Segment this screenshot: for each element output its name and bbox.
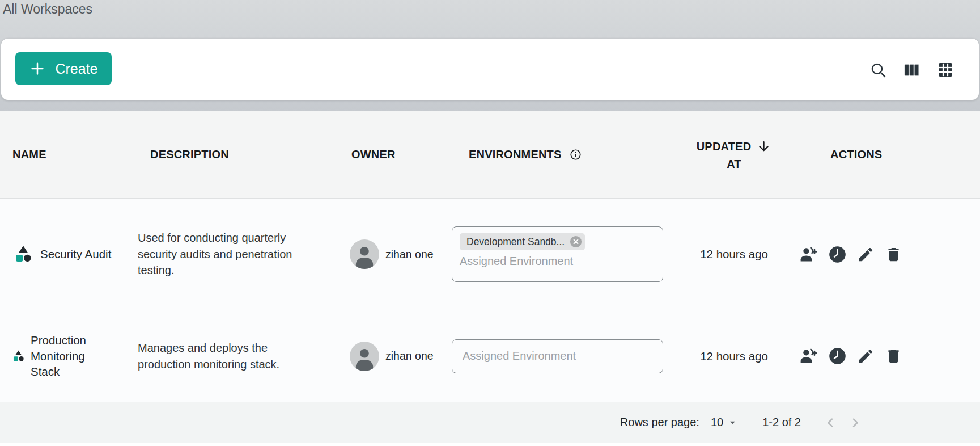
column-header-environments: ENVIRONMENTS (452, 148, 674, 161)
add-user-icon[interactable] (799, 245, 818, 264)
table-row: Production Monitoring Stack Manages and … (0, 310, 980, 402)
create-button[interactable]: Create (15, 52, 112, 85)
updated-at-cell: 12 hours ago (674, 247, 794, 261)
avatar (350, 239, 379, 269)
workspaces-page: All Workspaces Create (0, 0, 980, 446)
search-icon[interactable] (869, 61, 887, 79)
workspace-name: Production Monitoring Stack (31, 333, 117, 380)
column-header-owner: OWNER (339, 148, 452, 161)
pagination-range-label: 1-2 of 2 (762, 416, 801, 429)
table-row: Security Audit Used for conducting quart… (0, 199, 980, 310)
info-icon[interactable] (570, 149, 582, 161)
column-header-name: NAME (0, 148, 138, 161)
column-header-actions: ACTIONS (794, 148, 980, 161)
rows-per-page-label: Rows per page: (620, 416, 699, 429)
edit-pencil-icon[interactable] (857, 246, 875, 263)
table-header-row: NAME DESCRIPTION OWNER ENVIRONMENTS UPDA… (0, 111, 980, 199)
pagination-controls (822, 415, 863, 431)
next-page-chevron-icon[interactable] (847, 415, 863, 431)
updated-at-header-label-2: AT (727, 158, 741, 171)
owner-cell: zihan one (339, 342, 452, 371)
add-user-icon[interactable] (799, 347, 818, 365)
page-title: All Workspaces (3, 2, 92, 17)
actions-cell (794, 245, 980, 264)
chip-remove-icon[interactable] (570, 235, 582, 248)
workspaces-table: NAME DESCRIPTION OWNER ENVIRONMENTS UPDA… (0, 111, 980, 443)
edit-pencil-icon[interactable] (857, 347, 875, 365)
owner-name: zihan one (385, 248, 434, 261)
column-header-description: DESCRIPTION (138, 148, 339, 161)
previous-page-chevron-icon[interactable] (822, 415, 838, 431)
environment-placeholder: Assigned Environment (463, 350, 576, 363)
rows-per-page-select[interactable]: 10 (711, 416, 739, 429)
name-cell: Security Audit (0, 245, 138, 264)
updated-at-cell: 12 hours ago (674, 350, 794, 363)
history-clock-icon[interactable] (828, 347, 847, 365)
workspace-category-icon (14, 245, 33, 264)
rows-per-page-value: 10 (711, 416, 723, 429)
create-button-label: Create (55, 61, 97, 77)
history-clock-icon[interactable] (828, 245, 847, 264)
delete-trash-icon[interactable] (885, 347, 902, 365)
sort-desc-arrow-icon (756, 139, 771, 154)
view-grid-icon[interactable] (936, 61, 954, 79)
description-cell: Used for conducting quarterly security a… (138, 230, 339, 278)
avatar (350, 342, 379, 371)
table-pagination-footer: Rows per page: 10 1-2 of 2 (0, 402, 980, 443)
delete-trash-icon[interactable] (885, 246, 902, 263)
top-band: All Workspaces Create (0, 0, 980, 111)
environments-header-label: ENVIRONMENTS (469, 148, 562, 161)
environment-chip: Development Sandb... (460, 233, 585, 250)
workspace-category-icon (12, 350, 25, 363)
assigned-environment-select[interactable]: Assigned Environment (452, 339, 663, 373)
caret-down-icon (727, 416, 739, 428)
environments-cell: Development Sandb... Assigned Environmen… (452, 226, 674, 282)
column-header-updated-at[interactable]: UPDATED AT (674, 139, 794, 171)
updated-at-header-label: UPDATED (697, 140, 752, 153)
description-cell: Manages and deploys the production monit… (138, 340, 339, 372)
owner-name: zihan one (385, 350, 434, 363)
bottom-strip (0, 443, 980, 446)
assigned-environment-select[interactable]: Development Sandb... Assigned Environmen… (452, 226, 663, 282)
owner-cell: zihan one (339, 239, 452, 269)
toolbar: Create (1, 39, 979, 100)
workspace-name: Security Audit (40, 246, 111, 262)
name-cell: Production Monitoring Stack (0, 333, 138, 380)
toolbar-icons (869, 61, 954, 79)
actions-cell (794, 347, 980, 365)
view-columns-icon[interactable] (903, 61, 920, 79)
environment-placeholder: Assigned Environment (460, 255, 655, 268)
environments-cell: Assigned Environment (452, 339, 674, 373)
environment-chip-label: Development Sandb... (466, 236, 565, 248)
plus-icon (29, 60, 46, 77)
